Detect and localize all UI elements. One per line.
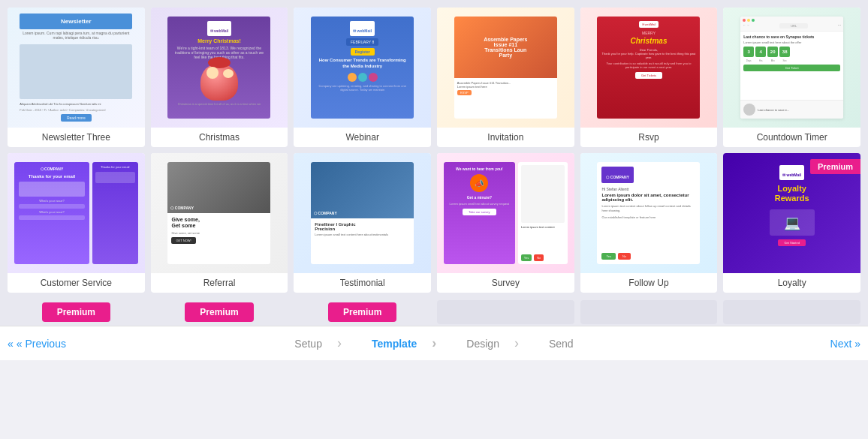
card-label-loyalty: Loyalty [723,273,860,293]
bottom-premium-5 [580,299,718,326]
template-card-referral[interactable]: ⬡ COMPANY Give some,Get some Give some, … [151,153,288,293]
main-content: Newsletter Lorem ipsum. Cum rapi labiagi… [0,0,868,326]
nav-step-template-label: Template [372,338,417,350]
nav-step-design[interactable]: Design [451,335,534,351]
prev-icon: « [8,338,14,350]
card-label-customer-service: Customer Service [8,273,145,293]
template-card-testimonial[interactable]: ⬡ COMPANY Finelliner I GraphicPrecision … [294,153,431,293]
nav-step-send[interactable]: Send [534,338,589,350]
card-label-follow-up: Follow Up [580,273,718,293]
card-label-referral: Referral [151,273,288,293]
next-label: Next » [830,338,860,350]
template-card-newsletter-three[interactable]: Newsletter Lorem ipsum. Cum rapi labiagi… [8,8,145,147]
card-label-countdown-timer: Countdown Timer [723,128,860,147]
template-card-invitation[interactable]: Assemble PapersIssue #11Transitions Laun… [437,8,574,147]
card-label-webinar: Webinar [294,128,431,147]
template-card-loyalty[interactable]: Premium ✉ webMail LoyaltyRewards 💻 Get S… [723,153,860,293]
template-card-christmas[interactable]: ✉ webMail Merry Christmas! We're a tight… [151,8,288,147]
bottom-premium-badge-1: Premium [42,302,110,322]
template-card-webinar[interactable]: ✉ webMail FEBRUARY 8 Register How Consum… [294,8,431,147]
footer-nav: « « Previous Setup Template Design Send … [0,326,868,360]
card-label-newsletter-three: Newsletter Three [8,128,145,147]
next-button[interactable]: Next » [830,338,860,350]
nav-step-send-label: Send [549,338,574,350]
nav-step-setup[interactable]: Setup [279,335,357,351]
card-label-christmas: Christmas [151,128,288,147]
template-card-countdown-timer[interactable]: ← → URL ⋯ Last chance to save on Synapse… [723,8,860,147]
template-card-survey[interactable]: We want to hear from you! 📣 Get a minute… [437,153,574,293]
prev-button[interactable]: « « Previous [8,338,66,350]
nav-steps: Setup Template Design Send [279,335,588,351]
bottom-premium-badge-2: Premium [185,302,253,322]
card-label-invitation: Invitation [437,128,574,147]
bottom-premium-row: Premium Premium Premium [8,299,860,326]
template-grid-row2: ⬡ COMPANY Thanks for your email What's y… [8,153,860,293]
template-card-customer-service[interactable]: ⬡ COMPANY Thanks for your email What's y… [8,153,145,293]
prev-label: « Previous [17,338,66,350]
template-card-follow-up[interactable]: ⬡ COMPANY Hi Stefan Altentt Lorem ipsum … [580,153,718,293]
bottom-premium-4 [437,299,574,326]
nav-step-design-label: Design [466,338,499,350]
bottom-premium-badge-3: Premium [328,302,396,322]
card-label-rsvp: Rsvp [580,128,718,147]
bottom-premium-1: Premium [8,299,145,326]
template-grid-row1: Newsletter Lorem ipsum. Cum rapi labiagi… [8,8,860,147]
bottom-premium-2: Premium [151,299,288,326]
card-label-survey: Survey [437,273,574,293]
template-card-rsvp[interactable]: ✉ webMail MERRY Christmas Dear Friends,T… [580,8,718,147]
card-label-testimonial: Testimonial [294,273,431,293]
bottom-premium-6 [723,299,860,326]
nav-step-template[interactable]: Template [357,335,451,351]
bottom-premium-3: Premium [294,299,431,326]
premium-badge-loyalty: Premium [810,159,860,174]
nav-step-setup-label: Setup [294,338,322,350]
